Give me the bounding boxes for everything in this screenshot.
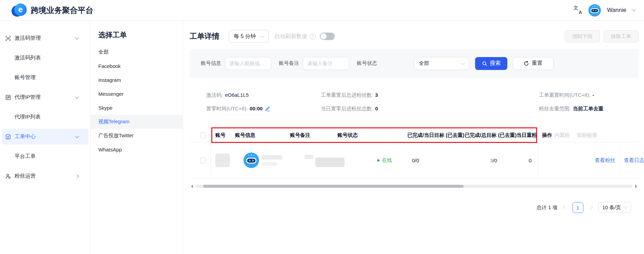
sidebar-item-fans-operation[interactable]: 粉丝运营 bbox=[2, 168, 89, 184]
select-all-checkbox[interactable] bbox=[200, 132, 206, 138]
sidebar-item-label: 激活码列表 bbox=[15, 54, 41, 61]
auto-refresh-group: 自动刷新数据 ? bbox=[275, 33, 335, 40]
chevron-down-icon bbox=[461, 61, 465, 65]
activation-code-icon bbox=[5, 35, 12, 41]
next-page-icon[interactable] bbox=[589, 206, 592, 209]
account-remark-input[interactable] bbox=[303, 57, 349, 70]
reset-time-cell: 工单重置时间(UTC+8): - bbox=[539, 91, 639, 99]
scroll-right-arrow-icon[interactable] bbox=[635, 185, 637, 188]
page-title: 工单详情 bbox=[190, 31, 219, 41]
ticket-item-ad-twitter[interactable]: 广告投放Twitter bbox=[91, 129, 183, 143]
row-checkbox[interactable] bbox=[200, 158, 206, 163]
chevron-down-icon bbox=[75, 95, 79, 98]
sidebar-item-activation-code-management[interactable]: 激活码管理 bbox=[2, 30, 89, 46]
accounts-table: 账号 账号信息 账号备注 账号状态 已完成/当日目标 (已去重) 已完成/总目标… bbox=[190, 129, 639, 178]
zero-time-value: 00:00 bbox=[250, 105, 262, 112]
activation-code-label: 激活码: bbox=[206, 91, 223, 99]
proxy-ip-icon bbox=[5, 94, 12, 101]
ticket-select-panel: 选择工单 全部 Facebook Instagram Messenger Sky… bbox=[91, 21, 183, 254]
col-account-info: 账号信息 bbox=[235, 129, 255, 142]
ticket-item-video-telegram[interactable]: 视频Telegram bbox=[91, 115, 183, 129]
reset-total-cell: 工单重置后总进粉丝数: 3 bbox=[321, 91, 539, 99]
fans-operation-icon bbox=[5, 173, 12, 179]
account-info-input[interactable] bbox=[225, 57, 271, 70]
activation-code-value: eO6aL1L5 bbox=[225, 91, 249, 99]
col-total-target: 已完成/总目标 (已去重) bbox=[465, 129, 516, 142]
top-bar: e 跨境业务聚合平台 文 A Wannie bbox=[0, 0, 644, 21]
sidebar-item-proxy-ip-list[interactable]: 代理IP列表 bbox=[2, 109, 89, 125]
main-layout: 激活码管理 激活码列表 账号管理 代理IP管理 bbox=[0, 21, 644, 254]
user-menu-chevron-icon[interactable] bbox=[632, 7, 636, 11]
ticket-item-facebook[interactable]: Facebook bbox=[91, 59, 183, 73]
reset-time-value: - bbox=[592, 91, 594, 99]
sidebar-item-label: 激活码管理 bbox=[15, 35, 41, 42]
online-status-dot bbox=[377, 159, 379, 162]
reset-button[interactable]: 重置 bbox=[513, 57, 553, 70]
refresh-interval-value: 每 5 分钟 bbox=[234, 33, 256, 40]
account-remark-label: 账号备注 bbox=[279, 60, 299, 67]
page-number-button[interactable]: 1 bbox=[572, 202, 583, 213]
sidebar-item-ticket-center[interactable]: 工单中心 bbox=[2, 129, 89, 145]
col-account: 账号 bbox=[215, 129, 226, 142]
chevron-right-icon bbox=[75, 174, 79, 178]
account-remark-cell bbox=[305, 142, 345, 178]
account-status-select[interactable]: 全部 bbox=[414, 57, 469, 70]
force-offline-button[interactable]: 强制下线 bbox=[565, 30, 600, 42]
ticket-panel-title: 选择工单 bbox=[98, 30, 183, 40]
sidebar-item-activation-code-list[interactable]: 激活码列表 bbox=[2, 50, 89, 66]
today-total-cell: 当日置零后进粉丝总数: 0 bbox=[321, 105, 539, 112]
total-target-value: /0 bbox=[493, 158, 497, 163]
page-size-value: 10 条/页 bbox=[602, 204, 621, 211]
robot-avatar-icon bbox=[588, 4, 601, 17]
language-switch-icon[interactable]: 文 A bbox=[573, 6, 582, 15]
chevron-down-icon bbox=[75, 36, 79, 39]
user-avatar[interactable] bbox=[588, 4, 601, 17]
table-row: 在线 0/0 3/0 0 查看粉丝 查看日志 bbox=[190, 142, 639, 179]
pagination-bar: 总计 1 项 1 10 条/页 bbox=[190, 202, 639, 213]
ticket-center-icon bbox=[5, 134, 12, 140]
prev-page-icon[interactable] bbox=[564, 206, 566, 209]
scroll-left-arrow-icon[interactable] bbox=[191, 185, 193, 188]
account-avatar bbox=[243, 152, 259, 168]
top-action-buttons: 强制下线 移除工单 bbox=[565, 30, 639, 42]
sidebar-item-proxy-ip-management[interactable]: 代理IP管理 bbox=[2, 89, 89, 105]
refresh-icon bbox=[524, 61, 529, 66]
auto-refresh-label: 自动刷新数据 bbox=[275, 33, 307, 40]
sidebar-item-platform-tickets[interactable]: 平台工单 bbox=[2, 148, 89, 164]
filter-bar: 账号信息 账号备注 账号状态 全部 搜索 重置 bbox=[190, 49, 639, 78]
view-logs-link[interactable]: 查看日志 bbox=[624, 142, 644, 178]
ticket-item-messenger[interactable]: Messenger bbox=[91, 87, 183, 101]
app-logo: e bbox=[12, 3, 27, 18]
sidebar-item-label: 代理IP管理 bbox=[15, 94, 41, 101]
account-status-value: 全部 bbox=[419, 60, 429, 67]
ticket-item-whatsapp[interactable]: WhatsApp bbox=[91, 143, 183, 157]
refresh-interval-select[interactable]: 每 5 分钟 bbox=[229, 30, 269, 43]
page-size-select[interactable]: 10 条/页 bbox=[598, 202, 631, 213]
account-status-label: 账号状态 bbox=[357, 60, 377, 67]
ticket-item-instagram[interactable]: Instagram bbox=[91, 73, 183, 87]
account-info-label: 账号信息 bbox=[201, 60, 221, 67]
scrollbar-thumb[interactable] bbox=[203, 185, 464, 188]
col-account-status: 账号状态 bbox=[337, 129, 358, 142]
blurred-account-thumbnail bbox=[215, 153, 230, 167]
horizontal-scrollbar bbox=[190, 184, 639, 188]
remove-ticket-button[interactable]: 移除工单 bbox=[603, 30, 639, 42]
col-daily-target: 已完成/当日目标 (已去重) bbox=[407, 129, 464, 142]
ticket-item-skype[interactable]: Skype bbox=[91, 101, 183, 115]
sidebar-item-label: 工单中心 bbox=[15, 133, 36, 140]
sidebar-item-account-management[interactable]: 账号管理 bbox=[2, 70, 89, 86]
auto-refresh-toggle[interactable] bbox=[320, 33, 335, 40]
reset-button-label: 重置 bbox=[532, 60, 543, 67]
help-question-icon[interactable]: ? bbox=[310, 34, 316, 39]
zero-time-label: 置零时间(UTC+8): bbox=[206, 105, 248, 112]
edit-zero-time-icon[interactable] bbox=[265, 106, 270, 111]
today-total-label: 当日置零后进粉丝总数: bbox=[321, 105, 373, 112]
ticket-item-all[interactable]: 全部 bbox=[91, 45, 183, 59]
col-ghost-fan-link: 加粉链接 bbox=[577, 129, 597, 142]
reset-total-value: 3 bbox=[375, 91, 378, 99]
view-fans-link[interactable]: 查看粉丝 bbox=[595, 142, 615, 178]
user-name[interactable]: Wannie bbox=[607, 7, 626, 14]
col-daily-dup: 当日重粉 bbox=[516, 129, 537, 142]
title-row: 工单详情 每 5 分钟 自动刷新数据 ? 强制下线 移除工单 bbox=[190, 30, 639, 43]
search-button[interactable]: 搜索 bbox=[475, 57, 507, 70]
